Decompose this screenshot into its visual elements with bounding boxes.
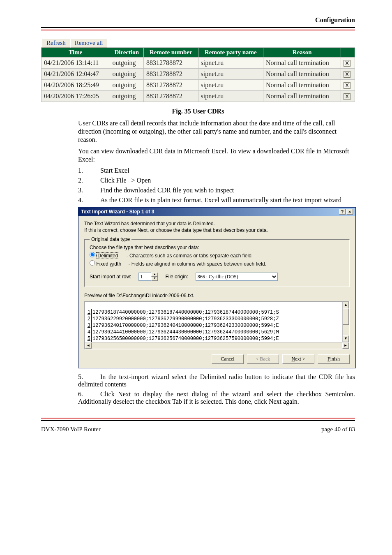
- radio-desc: - Characters such as commas or tabs sepa…: [127, 253, 253, 259]
- radio-desc: - Fields are aligned in columns with spa…: [128, 261, 266, 267]
- back-button: < Back: [247, 354, 279, 364]
- group-legend: Original data type: [90, 236, 131, 242]
- paragraph: You can view downloaded CDR data in Micr…: [78, 147, 355, 164]
- list-item: 5.In the text-import wizard select the D…: [78, 373, 355, 388]
- list-item: 1.Start Excel: [78, 167, 355, 174]
- table-row: 04/20/2006 18:25:49 outgoing 88312788872…: [42, 80, 355, 91]
- cell-name: sipnet.ru: [198, 80, 263, 91]
- delete-button[interactable]: X: [344, 60, 350, 67]
- list-item: 2.Click File –> Open: [78, 177, 355, 184]
- cell-direction: outgoing: [110, 80, 144, 91]
- cell-number: 88312788872: [144, 69, 198, 80]
- cell-number: 88312788872: [144, 58, 198, 69]
- file-origin-label: File origin:: [165, 274, 188, 280]
- scroll-left-icon[interactable]: ◄: [85, 342, 92, 349]
- remove-all-button[interactable]: Remove all: [70, 39, 108, 48]
- col-time: Time: [42, 48, 110, 58]
- col-direction: Direction: [110, 48, 144, 58]
- cell-delete: X: [341, 91, 355, 102]
- figure-caption: Fig. 35 User CDRs: [41, 108, 355, 115]
- cell-time: 04/20/2006 18:25:49: [42, 80, 110, 91]
- divider-red: [41, 418, 355, 419]
- table-row: 04/21/2006 13:14:11 outgoing 88312788872…: [42, 58, 355, 69]
- cell-reason: Normal call termination: [263, 91, 341, 102]
- refresh-button[interactable]: Refresh: [42, 39, 70, 48]
- scrollbar-horizontal[interactable]: ◄ ►: [85, 342, 349, 349]
- cell-time: 04/21/2006 12:04:47: [42, 69, 110, 80]
- cell-number: 88312788872: [144, 80, 198, 91]
- cell-time: 04/20/2006 17:26:05: [42, 91, 110, 102]
- next-button[interactable]: Next >: [282, 354, 314, 364]
- radio-fixed-input[interactable]: [90, 260, 95, 266]
- cell-direction: outgoing: [110, 58, 144, 69]
- list-item: 4.As the CDR file is in plain text forma…: [78, 197, 355, 204]
- spin-up[interactable]: ▲: [151, 273, 158, 277]
- divider: [41, 420, 355, 421]
- delete-button[interactable]: X: [344, 93, 350, 100]
- scroll-down-icon[interactable]: ▼: [343, 335, 349, 342]
- radio-delimited[interactable]: Delimited: [90, 253, 121, 259]
- preview-box: 1127936187440000000;127936187440000000;1…: [84, 301, 350, 349]
- original-data-type-group: Original data type Choose the file type …: [84, 236, 350, 287]
- wizard-text: The Text Wizard has determined that your…: [84, 221, 350, 227]
- cell-delete: X: [341, 69, 355, 80]
- footer-left: DVX-7090 VoIP Router: [41, 426, 101, 433]
- radio-delimited-input[interactable]: [90, 252, 95, 257]
- spin-down[interactable]: ▼: [151, 277, 158, 281]
- list-item: 6.Click Next to display the next dialog …: [78, 391, 355, 405]
- list-item: 3.Find the downloaded CDR file you wish …: [78, 187, 355, 194]
- cell-time: 04/21/2006 13:14:11: [42, 58, 110, 69]
- preview-label: Preview of file D:\Exchange\DLink\cdr-20…: [84, 293, 350, 298]
- file-origin-select[interactable]: 866 : Cyrillic (DOS): [196, 273, 278, 281]
- table-row: 04/21/2006 12:04:47 outgoing 88312788872…: [42, 69, 355, 80]
- cell-number: 88312788872: [144, 91, 198, 102]
- cell-delete: X: [341, 58, 355, 69]
- help-button[interactable]: ?: [339, 209, 346, 215]
- scroll-thumb[interactable]: [343, 308, 349, 325]
- wizard-dialog: Text Import Wizard - Step 1 of 3 ? × The…: [78, 207, 356, 368]
- paragraph: User CDRs are call detail records that i…: [78, 119, 355, 144]
- dialog-title: Text Import Wizard - Step 1 of 3: [81, 209, 154, 215]
- close-button[interactable]: ×: [346, 209, 353, 215]
- cell-direction: outgoing: [110, 91, 144, 102]
- cancel-button[interactable]: Cancel: [212, 354, 244, 364]
- cell-name: sipnet.ru: [198, 91, 263, 102]
- start-row-label: Start import at row:: [90, 274, 131, 280]
- col-number: Remote number: [144, 48, 198, 58]
- group-prompt: Choose the file type that best describes…: [90, 245, 344, 250]
- cell-reason: Normal call termination: [263, 80, 341, 91]
- table-row: 04/20/2006 17:26:05 outgoing 88312788872…: [42, 91, 355, 102]
- col-reason: Reason: [263, 48, 341, 58]
- divider: [41, 27, 355, 28]
- radio-fixed[interactable]: Fixed width: [90, 261, 122, 267]
- cell-reason: Normal call termination: [263, 58, 341, 69]
- delete-button[interactable]: X: [344, 82, 350, 89]
- start-row-input[interactable]: [138, 273, 152, 281]
- scroll-up-icon[interactable]: ▲: [343, 302, 349, 308]
- cell-reason: Normal call termination: [263, 69, 341, 80]
- scrollbar-vertical[interactable]: ▲ ▼: [342, 302, 349, 342]
- delete-button[interactable]: X: [344, 71, 350, 78]
- wizard-text: If this is correct, choose Next, or choo…: [84, 227, 350, 233]
- scroll-right-icon[interactable]: ►: [342, 342, 349, 349]
- col-party: Remote party name: [198, 48, 263, 58]
- page-header-title: Configuration: [41, 16, 355, 24]
- footer-right: page 40 of 83: [321, 426, 355, 433]
- cdr-table: Time Direction Remote number Remote part…: [41, 47, 355, 102]
- cell-delete: X: [341, 80, 355, 91]
- divider-red: [41, 30, 355, 30]
- cell-direction: outgoing: [110, 69, 144, 80]
- cell-name: sipnet.ru: [198, 58, 263, 69]
- cell-name: sipnet.ru: [198, 69, 263, 80]
- col-delete: [341, 48, 355, 58]
- titlebar: Text Import Wizard - Step 1 of 3 ? ×: [78, 208, 355, 216]
- finish-button[interactable]: Finish: [318, 354, 350, 364]
